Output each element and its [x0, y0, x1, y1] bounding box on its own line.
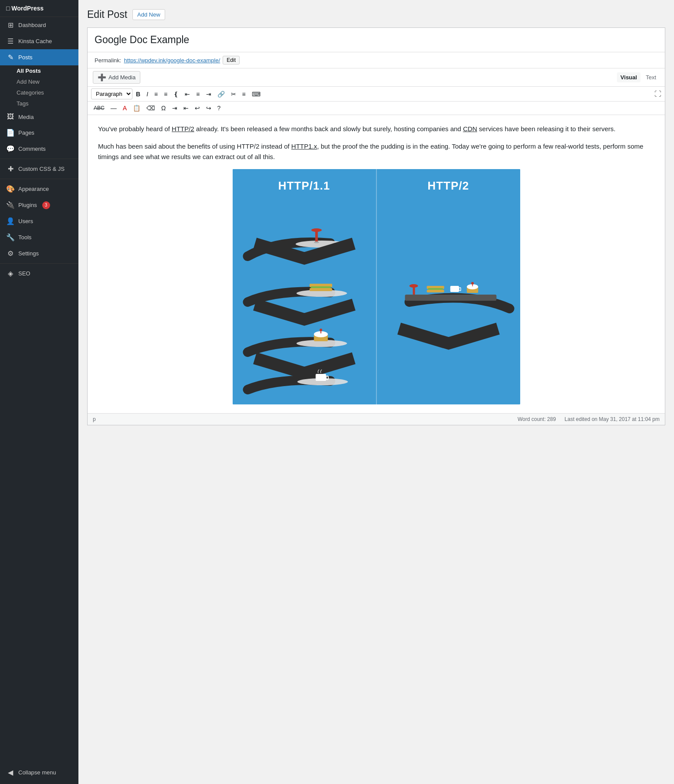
add-new-button[interactable]: Add New — [132, 9, 165, 20]
http2-title: HTTP/2 — [427, 177, 469, 195]
paragraph-select[interactable]: Paragraph — [91, 88, 132, 99]
ul-button[interactable]: ≡ — [152, 89, 160, 99]
sidebar-item-label: Media — [18, 114, 34, 120]
sidebar-item-kinsta-cache[interactable]: ☰ Kinsta Cache — [0, 33, 78, 49]
help-button[interactable]: ? — [215, 103, 224, 113]
indent-button[interactable]: ⇥ — [169, 103, 180, 113]
sidebar-item-comments[interactable]: 💬 Comments — [0, 141, 78, 157]
svg-point-18 — [409, 284, 418, 288]
tab-text[interactable]: Text — [642, 72, 660, 82]
sidebar-item-seo[interactable]: ◈ SEO — [0, 265, 78, 282]
svg-point-2 — [311, 228, 322, 232]
divider — [0, 263, 78, 264]
fullscreen-button[interactable]: ⛶ — [654, 90, 661, 98]
align-center-button[interactable]: ≡ — [193, 89, 202, 99]
special-char-button[interactable]: Ω — [159, 103, 168, 113]
sidebar-item-label: Posts — [18, 54, 33, 61]
permalink-edit-button[interactable]: Edit — [223, 56, 240, 64]
paste-text-button[interactable]: 📋 — [130, 103, 143, 113]
collapse-menu-button[interactable]: ◀ Collapse menu — [0, 764, 78, 781]
svg-rect-7 — [309, 288, 332, 291]
sidebar-item-plugins[interactable]: 🔌 Plugins 3 — [0, 197, 78, 213]
permalink-url[interactable]: https://wpdev.ink/google-doc-example/ — [124, 57, 220, 64]
path-label: p — [93, 416, 96, 422]
editor-container: Permalink: https://wpdev.ink/google-doc-… — [87, 27, 665, 425]
align-left-button[interactable]: ⇤ — [182, 89, 193, 99]
plugins-icon: 🔌 — [6, 201, 15, 209]
italic-button[interactable]: I — [144, 89, 151, 99]
page-title: Edit Post — [87, 9, 127, 20]
tab-visual[interactable]: Visual — [617, 72, 640, 82]
unlink-button[interactable]: ✂ — [228, 89, 239, 99]
redo-button[interactable]: ↪ — [203, 103, 214, 113]
sidebar-item-users[interactable]: 👤 Users — [0, 213, 78, 229]
http1-title: HTTP/1.1 — [278, 177, 330, 195]
sidebar-item-label: Users — [18, 218, 33, 224]
sidebar-item-label: Comments — [18, 146, 46, 152]
sidebar-item-custom-css-js[interactable]: ✚ Custom CSS & JS — [0, 161, 78, 177]
appearance-icon: 🎨 — [6, 185, 15, 193]
http1-panel: HTTP/1.1 — [233, 169, 377, 404]
sidebar-item-pages[interactable]: 📄 Pages — [0, 125, 78, 141]
sidebar-item-label: Dashboard — [18, 22, 46, 28]
svg-rect-22 — [450, 286, 459, 292]
sidebar-item-tools[interactable]: 🔧 Tools — [0, 229, 78, 245]
hr-button[interactable]: ― — [108, 103, 119, 113]
collapse-menu-label: Collapse menu — [18, 769, 56, 776]
http2-link-1[interactable]: HTTP/2 — [172, 125, 194, 132]
undo-button[interactable]: ↩ — [192, 103, 203, 113]
sidebar-item-label: Plugins — [18, 202, 37, 208]
insert-button[interactable]: ≡ — [240, 89, 248, 99]
submenu-categories[interactable]: Categories — [17, 87, 78, 98]
sidebar-item-appearance[interactable]: 🎨 Appearance — [0, 181, 78, 197]
media-icon: 🖼 — [6, 113, 15, 121]
clear-format-button[interactable]: ⌫ — [144, 103, 158, 113]
svg-rect-1 — [315, 230, 318, 242]
link-button[interactable]: 🔗 — [215, 89, 227, 99]
posts-icon: ✎ — [6, 53, 15, 61]
content-paragraph-2: Much has been said about the benefits of… — [98, 141, 654, 162]
blockquote-button[interactable]: ❴ — [171, 89, 181, 99]
http1-illustration — [233, 195, 376, 396]
submenu-tags[interactable]: Tags — [17, 98, 78, 109]
sidebar: □ WordPress ⊞ Dashboard ☰ Kinsta Cache ✎… — [0, 0, 78, 784]
keyboard-button[interactable]: ⌨ — [249, 89, 263, 99]
editor-content[interactable]: You've probably heard of HTTP/2 already.… — [88, 115, 665, 413]
svg-point-3 — [314, 241, 319, 243]
editor-toolbar-top: ➕ Add Media Visual Text — [88, 68, 665, 87]
sidebar-item-settings[interactable]: ⚙ Settings — [0, 245, 78, 261]
sidebar-item-dashboard[interactable]: ⊞ Dashboard — [0, 17, 78, 33]
submenu-all-posts[interactable]: All Posts — [17, 65, 78, 76]
posts-submenu: All Posts Add New Categories Tags — [0, 65, 78, 109]
sidebar-item-posts[interactable]: ✎ Posts — [0, 49, 78, 65]
align-right-button[interactable]: ⇥ — [203, 89, 214, 99]
word-count: Word count: 289 — [518, 416, 556, 422]
custom-css-icon: ✚ — [6, 165, 15, 173]
permalink-label: Permalink: — [95, 57, 121, 64]
divider — [0, 179, 78, 179]
post-title-input[interactable] — [88, 28, 665, 52]
add-media-button[interactable]: ➕ Add Media — [93, 71, 140, 84]
outdent-button[interactable]: ⇤ — [181, 103, 191, 113]
main-content: Edit Post Add New Permalink: https://wpd… — [78, 0, 674, 784]
bold-button[interactable]: B — [133, 89, 143, 99]
permalink-bar: Permalink: https://wpdev.ink/google-doc-… — [88, 52, 665, 68]
sidebar-item-label: SEO — [18, 270, 30, 277]
sidebar-item-media[interactable]: 🖼 Media — [0, 109, 78, 125]
text-color-button[interactable]: A — [120, 103, 129, 113]
http2-illustration — [377, 195, 520, 396]
http1-link[interactable]: HTTP1.x — [291, 143, 317, 150]
comments-icon: 💬 — [6, 145, 15, 153]
editor-toolbar-row1: Paragraph B I ≡ ≡ ❴ ⇤ ≡ ⇥ 🔗 ✂ ≡ ⌨ ⛶ — [88, 87, 665, 102]
svg-rect-14 — [315, 374, 326, 381]
editor-toolbar-row2: ABC ― A 📋 ⌫ Ω ⇥ ⇤ ↩ ↪ ? — [88, 102, 665, 115]
ol-button[interactable]: ≡ — [161, 89, 170, 99]
editor-statusbar: p Word count: 289 Last edited on May 31,… — [88, 413, 665, 425]
sidebar-item-label: Appearance — [18, 186, 49, 192]
submenu-add-new[interactable]: Add New — [17, 76, 78, 87]
collapse-icon: ◀ — [6, 768, 15, 777]
path-indicator: p — [93, 416, 96, 422]
strikethrough-button[interactable]: ABC — [91, 104, 107, 112]
svg-rect-23 — [459, 288, 461, 291]
cdn-link[interactable]: CDN — [463, 125, 478, 132]
